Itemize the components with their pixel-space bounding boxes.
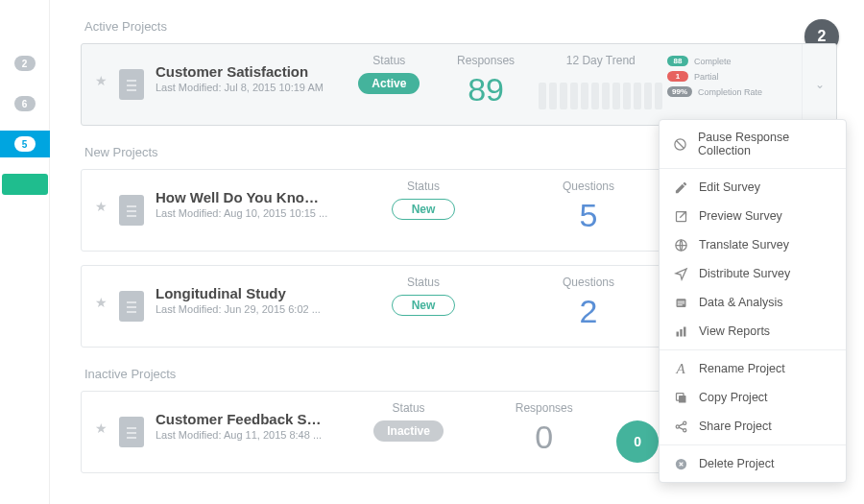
col-questions: Questions (563, 276, 614, 289)
svg-line-1 (677, 140, 684, 148)
col-status: Status (372, 54, 405, 67)
project-actions-menu: Pause Response Collection Edit Survey Pr… (659, 119, 847, 483)
svg-rect-10 (684, 326, 686, 336)
sidebar-add[interactable] (0, 171, 50, 198)
trend-sparkline (539, 77, 662, 109)
status-badge: Active (358, 73, 420, 94)
globe-icon (673, 237, 688, 252)
legend-complete: Complete (694, 57, 732, 66)
col-responses: Responses (457, 54, 515, 67)
svg-rect-5 (677, 300, 684, 301)
svg-rect-6 (677, 302, 684, 303)
menu-label: Pause Response Collection (698, 131, 832, 157)
col-trend: 12 Day Trend (566, 54, 636, 67)
legend-rate-n: 99% (667, 86, 692, 97)
legend-complete-n: 88 (667, 56, 688, 66)
external-icon (673, 208, 688, 224)
legend-partial: Partial (694, 72, 719, 82)
survey-icon (119, 291, 144, 322)
col-status: Status (393, 401, 425, 415)
block-icon (673, 136, 687, 152)
col-status: Status (407, 276, 440, 289)
card-heading: ★ Customer Feedback Survey Last Modified… (82, 392, 341, 472)
project-subtitle: Last Modified: Aug 11, 2015 8:48 ... (156, 429, 328, 441)
menu-pause[interactable]: Pause Response Collection (660, 124, 846, 164)
menu-data[interactable]: Data & Analysis (660, 288, 846, 317)
menu-label: Preview Survey (699, 209, 782, 223)
star-icon[interactable]: ★ (95, 199, 108, 251)
section-active: Active Projects (84, 19, 837, 34)
questions-value: 2 (580, 295, 598, 327)
menu-label: Distribute Survey (699, 267, 790, 280)
badge: 2 (14, 56, 36, 71)
badge: 6 (14, 96, 36, 111)
sidebar-folder-2[interactable]: 6 (0, 90, 50, 117)
card-heading: ★ How Well Do You Know Q... Last Modifie… (82, 170, 341, 251)
menu-delete[interactable]: Delete Project (660, 449, 846, 478)
star-icon[interactable]: ★ (95, 295, 108, 347)
menu-distribute[interactable]: Distribute Survey (660, 259, 846, 288)
project-subtitle: Last Modified: Jun 29, 2015 6:02 ... (156, 303, 321, 315)
col-status: Status (407, 180, 440, 193)
project-title: Longitudinal Study (156, 285, 321, 301)
menu-label: Rename Project (699, 362, 785, 375)
share-icon (673, 419, 688, 434)
menu-label: Share Project (699, 420, 772, 433)
project-title: Customer Satisfaction (156, 63, 324, 80)
project-subtitle: Last Modified: Jul 8, 2015 10:19 AM (156, 82, 324, 93)
legend-partial-n: 1 (667, 71, 688, 82)
menu-preview[interactable]: Preview Survey (660, 202, 846, 230)
survey-icon (119, 195, 144, 226)
send-icon (673, 266, 688, 281)
legend-rate: Completion Rate (698, 87, 762, 97)
menu-reports[interactable]: View Reports (660, 317, 846, 346)
font-icon: A (673, 361, 688, 376)
badge: 5 (14, 136, 36, 152)
menu-label: Data & Analysis (699, 296, 783, 309)
project-title: How Well Do You Know Q... (156, 189, 328, 205)
card-heading: ★ Customer Satisfaction Last Modified: J… (82, 44, 341, 125)
project-subtitle: Last Modified: Aug 10, 2015 10:15 ... (156, 207, 328, 219)
card-heading: ★ Longitudinal Study Last Modified: Jun … (82, 266, 341, 347)
svg-rect-11 (679, 396, 686, 403)
table-icon (673, 295, 688, 310)
menu-label: View Reports (699, 324, 770, 338)
legend: 88Complete 1Partial 99%Completion Rate (667, 44, 802, 125)
chevron-down-icon: ⌄ (815, 78, 825, 91)
menu-copy[interactable]: Copy Project (660, 383, 846, 412)
menu-edit[interactable]: Edit Survey (660, 173, 846, 202)
project-title: Customer Feedback Survey (156, 411, 328, 427)
svg-rect-7 (677, 304, 682, 305)
svg-rect-9 (680, 329, 683, 337)
col-questions: Questions (563, 180, 614, 193)
svg-rect-8 (676, 331, 679, 336)
menu-label: Delete Project (699, 457, 775, 470)
project-actions-toggle[interactable]: ⌄ (802, 44, 836, 125)
sidebar: 2 6 5 (0, 0, 50, 504)
col-responses: Responses (516, 401, 573, 415)
menu-translate[interactable]: Translate Survey (660, 230, 846, 259)
menu-label: Copy Project (699, 391, 768, 404)
complete-count: 0 (616, 420, 659, 463)
menu-label: Edit Survey (699, 180, 760, 194)
copy-icon (673, 390, 688, 405)
menu-rename[interactable]: A Rename Project (660, 354, 846, 383)
project-card[interactable]: ★ Customer Satisfaction Last Modified: J… (81, 43, 837, 126)
questions-value: 5 (580, 199, 598, 231)
status-badge: Inactive (373, 420, 444, 442)
pencil-icon (673, 180, 688, 195)
bar-chart-icon (673, 324, 688, 339)
sidebar-folder-1[interactable]: 2 (0, 50, 50, 77)
status-badge: New (392, 199, 456, 220)
status-badge: New (392, 295, 456, 316)
survey-icon (119, 417, 144, 447)
menu-label: Translate Survey (699, 238, 789, 252)
responses-value: 0 (535, 420, 553, 453)
close-circle-icon (673, 456, 688, 471)
star-icon[interactable]: ★ (95, 73, 108, 125)
responses-value: 89 (468, 73, 504, 106)
star-icon[interactable]: ★ (95, 420, 108, 472)
menu-share[interactable]: Share Project (660, 412, 846, 441)
sidebar-folder-active[interactable]: 5 (0, 131, 50, 157)
survey-icon (119, 69, 144, 100)
